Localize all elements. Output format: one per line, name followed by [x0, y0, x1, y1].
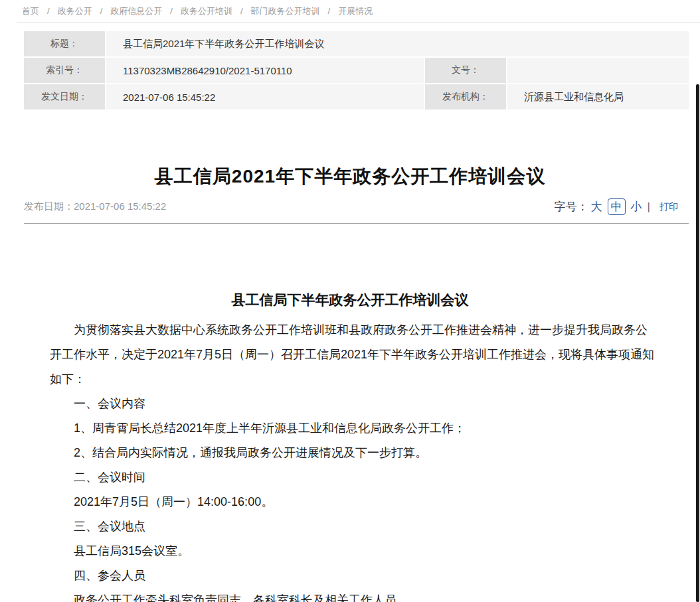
meta-row-title: 标题： 县工信局2021年下半年政务公开工作培训会议 [24, 31, 689, 56]
doc-number-label: 文号： [425, 58, 506, 83]
document-meta-table: 标题： 县工信局2021年下半年政务公开工作培训会议 索引号： 11370323… [24, 31, 689, 111]
print-button[interactable]: 打印 [659, 201, 678, 213]
vertical-scrollbar-thumb[interactable] [696, 84, 699, 602]
breadcrumb-separator: / [100, 6, 103, 16]
breadcrumb-item[interactable]: 首页 [22, 6, 39, 16]
breadcrumb-divider [17, 22, 700, 23]
document-body: 为贯彻落实县大数据中心系统政务公开工作培训班和县政府政务公开工作推进会精神，进一… [50, 318, 658, 602]
publish-date-value: 2021-07-06 15:45:22 [74, 200, 166, 212]
breadcrumb-item[interactable]: 开展情况 [338, 6, 373, 16]
body-paragraph: 政务公开工作牵头科室负责同志，各科室科长及相关工作人员。 [50, 588, 658, 602]
issue-date-value: 2021-07-06 15:45:22 [106, 84, 424, 110]
doc-number-value [507, 58, 689, 83]
index-number-label: 索引号： [24, 58, 105, 83]
breadcrumb-item[interactable]: 政务公开 [58, 6, 92, 16]
agency-label: 发布机构： [425, 84, 506, 110]
issue-date-label: 发文日期： [24, 84, 105, 110]
breadcrumb-separator: / [328, 6, 331, 16]
body-paragraph: 二、会议时间 [50, 465, 658, 490]
publish-date-label: 发布日期： [24, 200, 74, 212]
index-number-value: 11370323MB28642910/2021-5170110 [106, 58, 424, 83]
body-paragraph: 三、会议地点 [50, 514, 658, 539]
header-body-divider [24, 223, 689, 224]
body-paragraph: 县工信局315会议室。 [50, 539, 658, 564]
body-paragraph: 一、会议内容 [50, 392, 658, 416]
font-size-small-button[interactable]: 小 [631, 199, 642, 214]
meta-row-index: 索引号： 11370323MB28642910/2021-5170110 文号： [24, 58, 689, 83]
document-body-title: 县工信局下半年政务公开工作培训会议 [0, 291, 700, 309]
breadcrumb-separator: / [47, 6, 50, 16]
breadcrumb-separator: / [240, 6, 243, 16]
font-size-label: 字号： [555, 199, 588, 214]
page-title: 县工信局2021年下半年政务公开工作培训会议 [0, 164, 700, 189]
divider: | [648, 200, 650, 214]
title-value: 县工信局2021年下半年政务公开工作培训会议 [106, 31, 689, 56]
body-paragraph: 四、参会人员 [50, 564, 658, 588]
font-size-large-button[interactable]: 大 [591, 199, 602, 214]
body-paragraph: 为贯彻落实县大数据中心系统政务公开工作培训班和县政府政务公开工作推进会精神，进一… [50, 318, 658, 392]
breadcrumb-item[interactable]: 政务公开培训 [181, 6, 232, 16]
body-paragraph: 2、结合局内实际情况，通报我局政务公开进展情况及下一步打算。 [50, 441, 658, 465]
breadcrumb-item[interactable]: 政府信息公开 [110, 6, 162, 16]
breadcrumb-separator: / [170, 6, 173, 16]
title-label: 标题： [24, 31, 105, 56]
agency-value: 沂源县工业和信息化局 [507, 84, 689, 110]
font-size-medium-button[interactable]: 中 [608, 198, 626, 215]
publish-date: 发布日期：2021-07-06 15:45:22 [24, 200, 166, 213]
breadcrumb-item[interactable]: 部门政务公开培训 [251, 6, 320, 16]
meta-row-date: 发文日期： 2021-07-06 15:45:22 发布机构： 沂源县工业和信息… [24, 84, 689, 110]
publish-row: 发布日期：2021-07-06 15:45:22 字号： 大 中 小 | 打印 [24, 198, 678, 215]
body-paragraph: 1、周青霄局长总结2021年度上半年沂源县工业和信息化局政务公开工作； [50, 416, 658, 441]
body-paragraph: 2021年7月5日（周一）14:00-16:00。 [50, 490, 658, 514]
font-size-widget: 字号： 大 中 小 | 打印 [555, 198, 678, 215]
breadcrumb: 首页/政务公开/政府信息公开/政务公开培训/部门政务公开培训/开展情况 [22, 5, 373, 17]
